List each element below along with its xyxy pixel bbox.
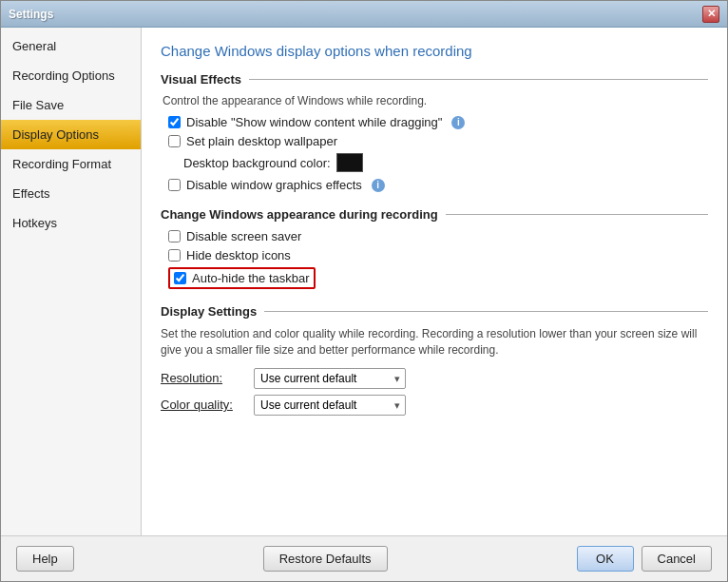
- resolution-select-wrapper: Use current default: [254, 368, 406, 389]
- plain-wallpaper-row: Set plain desktop wallpaper: [168, 134, 708, 148]
- main-content: Change Windows display options when reco…: [142, 28, 727, 535]
- sidebar-item-hotkeys[interactable]: Hotkeys: [1, 208, 141, 238]
- display-settings-title: Display Settings: [161, 304, 257, 319]
- window-title: Settings: [9, 8, 53, 21]
- content-area: General Recording Options File Save Disp…: [1, 28, 727, 535]
- sidebar-item-recording-format[interactable]: Recording Format: [1, 149, 141, 179]
- visual-effects-desc: Control the appearance of Windows while …: [163, 94, 708, 107]
- autohide-taskbar-checkbox[interactable]: [174, 272, 186, 284]
- color-quality-label: Color quality:: [161, 398, 246, 412]
- resolution-row: Resolution: Use current default: [161, 368, 708, 389]
- resolution-select[interactable]: Use current default: [254, 368, 406, 389]
- autohide-taskbar-label[interactable]: Auto-hide the taskbar: [192, 271, 310, 285]
- windows-appearance-divider: [446, 214, 708, 215]
- color-quality-row: Color quality: Use current default: [161, 395, 708, 416]
- sidebar-item-recording-options[interactable]: Recording Options: [1, 61, 141, 90]
- page-title: Change Windows display options when reco…: [161, 43, 708, 59]
- display-settings-divider: [264, 311, 708, 312]
- title-bar: Settings ✕: [1, 1, 727, 28]
- desktop-color-label: Desktop background color:: [183, 156, 331, 170]
- disable-screensaver-label[interactable]: Disable screen saver: [186, 229, 301, 243]
- disable-graphics-info-icon[interactable]: i: [372, 179, 385, 192]
- hide-icons-checkbox[interactable]: [168, 249, 181, 262]
- disable-graphics-label[interactable]: Disable window graphics effects: [186, 178, 362, 192]
- disable-graphics-row: Disable window graphics effects i: [168, 178, 708, 192]
- disable-dragging-info-icon[interactable]: i: [451, 116, 465, 129]
- sidebar-item-display-options[interactable]: Display Options: [1, 120, 141, 149]
- plain-wallpaper-checkbox[interactable]: [168, 135, 181, 147]
- disable-dragging-checkbox[interactable]: [168, 116, 181, 128]
- visual-effects-divider: [249, 79, 708, 80]
- visual-effects-section: Visual Effects Control the appearance of…: [161, 72, 708, 192]
- autohide-taskbar-row: Auto-hide the taskbar: [168, 267, 708, 289]
- plain-wallpaper-label[interactable]: Set plain desktop wallpaper: [186, 134, 337, 148]
- hide-icons-row: Hide desktop icons: [168, 248, 708, 262]
- windows-appearance-title: Change Windows appearance during recordi…: [161, 207, 438, 222]
- sidebar-item-effects[interactable]: Effects: [1, 179, 141, 208]
- disable-graphics-checkbox[interactable]: [168, 179, 181, 191]
- cancel-button[interactable]: Cancel: [642, 546, 712, 572]
- hide-icons-label[interactable]: Hide desktop icons: [186, 248, 291, 262]
- desktop-color-row: Desktop background color:: [183, 153, 708, 172]
- visual-effects-header: Visual Effects: [161, 72, 708, 87]
- restore-defaults-button[interactable]: Restore Defaults: [263, 546, 388, 572]
- help-button[interactable]: Help: [16, 546, 74, 572]
- visual-effects-title: Visual Effects: [161, 72, 241, 87]
- ok-cancel-group: OK Cancel: [577, 546, 712, 572]
- disable-screensaver-row: Disable screen saver: [168, 229, 708, 243]
- display-settings-desc: Set the resolution and color quality whi…: [161, 326, 708, 359]
- sidebar: General Recording Options File Save Disp…: [1, 28, 142, 535]
- ok-button[interactable]: OK: [577, 546, 634, 572]
- sidebar-item-file-save[interactable]: File Save: [1, 90, 141, 120]
- disable-screensaver-checkbox[interactable]: [168, 230, 181, 242]
- display-settings-section: Display Settings Set the resolution and …: [161, 304, 708, 416]
- windows-appearance-section: Change Windows appearance during recordi…: [161, 207, 708, 289]
- display-settings-header: Display Settings: [161, 304, 708, 319]
- disable-dragging-label[interactable]: Disable "Show window content while dragg…: [186, 115, 442, 129]
- color-quality-select[interactable]: Use current default: [254, 395, 406, 416]
- resolution-label: Resolution:: [161, 371, 246, 385]
- close-button[interactable]: ✕: [702, 6, 719, 23]
- disable-dragging-row: Disable "Show window content while dragg…: [168, 115, 708, 129]
- bottom-bar: Help Restore Defaults OK Cancel: [1, 535, 727, 581]
- desktop-color-swatch[interactable]: [336, 153, 363, 172]
- windows-appearance-header: Change Windows appearance during recordi…: [161, 207, 708, 222]
- settings-window: Settings ✕ General Recording Options Fil…: [0, 0, 728, 582]
- autohide-highlight-box: Auto-hide the taskbar: [168, 267, 316, 289]
- sidebar-item-general[interactable]: General: [1, 31, 141, 61]
- color-quality-select-wrapper: Use current default: [254, 395, 406, 416]
